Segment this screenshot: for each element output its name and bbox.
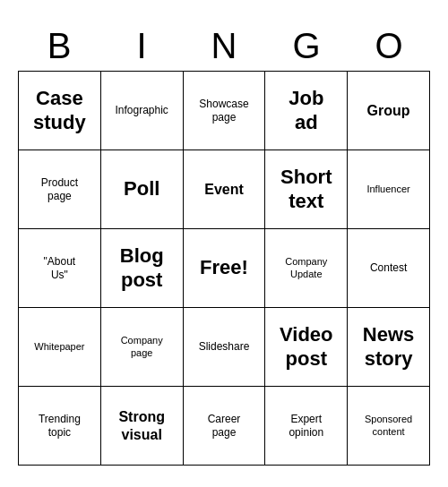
cell-label: Free! [200, 256, 248, 279]
bingo-cell: Poll [101, 150, 184, 229]
bingo-cell: Free! [184, 229, 266, 308]
bingo-grid: Case studyInfographicShowcase pageJob ad… [18, 71, 430, 466]
bingo-cell: Company page [101, 308, 184, 387]
cell-label: Influencer [366, 184, 409, 195]
bingo-cell: Short text [265, 150, 348, 229]
bingo-letter: O [348, 21, 430, 71]
cell-label: Group [367, 102, 410, 119]
cell-label: Company Update [285, 256, 327, 279]
bingo-cell: Infographic [101, 72, 184, 150]
cell-label: Event [204, 181, 244, 198]
bingo-cell: Case study [19, 72, 101, 150]
cell-label: Sponsored content [365, 414, 412, 437]
bingo-cell: Group [348, 72, 430, 150]
bingo-cell: Expert opinion [265, 387, 348, 466]
cell-label: News story [363, 323, 414, 371]
bingo-cell: Strong visual [101, 387, 184, 466]
bingo-cell: Whitepaper [19, 308, 101, 387]
bingo-header: BINGO [18, 21, 430, 71]
bingo-letter: I [100, 21, 183, 71]
bingo-letter: N [183, 21, 265, 71]
cell-label: Product page [41, 176, 78, 202]
cell-label: Strong visual [118, 408, 165, 442]
cell-label: Expert opinion [289, 413, 323, 439]
cell-label: Case study [33, 87, 86, 134]
cell-label: Poll [124, 177, 159, 201]
cell-label: Job ad [289, 87, 323, 134]
bingo-cell: Company Update [265, 229, 348, 308]
bingo-cell: Contest [348, 229, 430, 308]
bingo-cell: Slideshare [184, 308, 266, 387]
cell-label: Short text [280, 166, 332, 213]
bingo-cell: Product page [19, 150, 101, 229]
bingo-letter: G [265, 21, 348, 71]
bingo-cell: Event [184, 150, 266, 229]
cell-label: Career page [208, 413, 241, 439]
bingo-letter: B [18, 21, 100, 71]
bingo-cell: Sponsored content [348, 387, 430, 466]
bingo-card: BINGO Case studyInfographicShowcase page… [9, 13, 439, 474]
bingo-cell: Showcase page [184, 72, 266, 150]
bingo-cell: Trending topic [19, 387, 101, 466]
bingo-cell: "About Us" [19, 229, 101, 308]
bingo-cell: Job ad [265, 72, 348, 150]
bingo-cell: Career page [184, 387, 266, 466]
cell-label: Company page [121, 335, 163, 358]
cell-label: Contest [370, 261, 407, 274]
cell-label: Infographic [116, 104, 168, 116]
cell-label: Video post [280, 323, 333, 371]
bingo-cell: Blog post [101, 229, 184, 308]
cell-label: Blog post [120, 244, 164, 292]
cell-label: Whitepaper [34, 341, 84, 353]
cell-label: "About Us" [44, 255, 76, 281]
bingo-cell: Video post [265, 308, 348, 387]
bingo-cell: News story [348, 308, 430, 387]
cell-label: Showcase page [199, 98, 248, 124]
cell-label: Trending topic [39, 413, 81, 439]
cell-label: Slideshare [199, 340, 250, 353]
bingo-cell: Influencer [348, 150, 430, 229]
